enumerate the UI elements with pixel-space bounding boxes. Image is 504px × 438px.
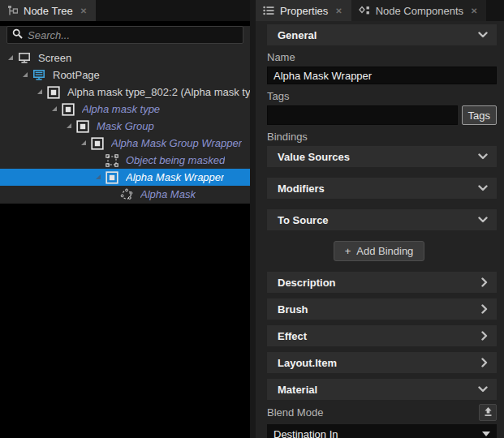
expander-icon[interactable] <box>94 173 103 182</box>
properties-tabbar: Properties ✕ Node Components ✕ <box>256 0 504 21</box>
section-header-description[interactable]: Description <box>267 272 497 293</box>
tree-row[interactable]: Mask Group <box>0 118 250 135</box>
tree-row[interactable]: Alpha mask type_802:2 (Alpha mask type_ <box>0 84 250 101</box>
node-tree-tabbar: Node Tree ✕ <box>0 0 250 21</box>
chevron-down-icon <box>478 153 488 160</box>
tags-field[interactable] <box>267 105 458 125</box>
section-title: Modifiers <box>278 182 325 195</box>
section-title: Effect <box>278 330 307 342</box>
section-title: General <box>278 29 317 41</box>
tree-row[interactable]: RootPage <box>0 67 250 84</box>
chevron-right-icon <box>481 304 488 314</box>
section-header-general[interactable]: General <box>267 24 497 45</box>
search-box <box>6 26 243 44</box>
properties-icon <box>263 6 274 15</box>
tab-node-tree[interactable]: Node Tree ✕ <box>0 0 96 21</box>
tab-node-components[interactable]: Node Components ✕ <box>351 0 487 21</box>
blend-mode-label: Blend Mode <box>267 406 323 419</box>
chevron-right-icon <box>481 277 488 287</box>
chevron-right-icon <box>481 358 488 367</box>
tree-label: Object being masked <box>126 154 225 166</box>
add-binding-label: Add Binding <box>356 245 413 257</box>
blend-mode-value: Destination In <box>274 428 338 438</box>
upload-arrow-icon <box>483 406 493 419</box>
add-binding-button[interactable]: + Add Binding <box>334 241 425 261</box>
close-icon[interactable]: ✕ <box>79 6 88 16</box>
tree-label: Alpha mask type <box>82 103 160 115</box>
revert-property-button[interactable] <box>479 404 497 421</box>
tree-row[interactable]: Alpha Mask Group Wrapper <box>0 135 250 152</box>
tags-label: Tags <box>261 84 497 105</box>
tags-button[interactable]: Tags <box>462 105 497 125</box>
name-label: Name <box>261 45 497 67</box>
blend-mode-dropdown[interactable]: Destination In <box>267 424 497 438</box>
tab-node-components-label: Node Components <box>376 5 463 17</box>
expander-icon[interactable] <box>6 54 15 62</box>
node2d-icon <box>91 137 104 150</box>
tree-label: Alpha mask type_802:2 (Alpha mask type_ <box>67 86 250 98</box>
name-field[interactable] <box>267 67 497 84</box>
section-title: Value Sources <box>278 151 350 163</box>
tree-label: Alpha Mask Wrapper <box>126 171 224 183</box>
tree-label: RootPage <box>53 69 100 81</box>
tree-label: Alpha Mask Group Wrapper <box>111 137 242 149</box>
section-header-layout-item[interactable]: Layout.Item <box>267 352 497 373</box>
close-icon[interactable]: ✕ <box>469 6 479 16</box>
section-header-to-source[interactable]: To Source <box>267 209 497 230</box>
section-header-value-sources[interactable]: Value Sources <box>267 146 497 167</box>
chevron-right-icon <box>481 331 488 341</box>
search-icon <box>12 28 23 41</box>
node2d-icon <box>76 120 89 133</box>
expander-icon[interactable] <box>21 71 30 79</box>
chevron-down-icon <box>478 185 488 191</box>
tree-row[interactable]: Screen <box>0 49 250 67</box>
section-title: Material <box>278 384 317 396</box>
section-header-material[interactable]: Material <box>267 379 497 400</box>
expander-icon <box>109 190 118 199</box>
tree-label: Alpha Mask <box>140 188 196 200</box>
empty-node-icon <box>106 154 118 167</box>
collapsed-sections: Description Brush Effect Layout.Item <box>261 272 497 373</box>
chevron-down-icon <box>478 386 488 393</box>
tree-row[interactable]: Alpha Mask Wrapper <box>0 169 250 186</box>
expander-icon <box>94 156 103 165</box>
tab-node-tree-label: Node Tree <box>24 5 73 17</box>
section-header-effect[interactable]: Effect <box>267 325 497 346</box>
section-title: To Source <box>278 214 329 226</box>
tab-properties[interactable]: Properties ✕ <box>256 0 351 21</box>
properties-panel: Properties ✕ Node Components ✕ General N… <box>256 0 504 438</box>
chevron-down-icon <box>478 32 488 38</box>
binding-sections: Value Sources Modifiers To Source <box>261 146 497 230</box>
close-icon[interactable]: ✕ <box>334 6 343 16</box>
section-title: Brush <box>278 303 308 316</box>
tab-properties-label: Properties <box>280 5 328 17</box>
plus-icon: + <box>345 245 351 257</box>
tree-label: Screen <box>38 52 71 64</box>
section-title: Description <box>278 277 336 289</box>
chevron-down-icon <box>478 217 488 223</box>
node-tree-panel: Node Tree ✕ Screen RootPage Alpha mask t… <box>0 0 250 438</box>
properties-content: General Name Tags Tags Bindings Value So… <box>256 21 504 438</box>
rootpage-icon <box>32 69 45 82</box>
expander-icon[interactable] <box>65 122 74 131</box>
section-title: Layout.Item <box>278 357 337 369</box>
expander-icon[interactable] <box>80 139 88 148</box>
expander-icon[interactable] <box>50 105 59 114</box>
tree-row[interactable]: Alpha Mask <box>0 186 250 203</box>
node-tree: Screen RootPage Alpha mask type_802:2 (A… <box>0 49 250 203</box>
node-tree-content: Screen RootPage Alpha mask type_802:2 (A… <box>0 26 250 204</box>
tree-row[interactable]: Object being masked <box>0 152 250 169</box>
node-components-icon <box>359 6 370 15</box>
section-header-modifiers[interactable]: Modifiers <box>267 178 497 199</box>
section-header-brush[interactable]: Brush <box>267 298 497 320</box>
bindings-label: Bindings <box>261 125 497 146</box>
search-input[interactable] <box>28 29 238 41</box>
tree-label: Mask Group <box>97 120 154 132</box>
node2d-icon <box>62 103 75 116</box>
node2d-icon <box>47 86 60 99</box>
tree-row[interactable]: Alpha mask type <box>0 101 250 118</box>
alpha-mask-icon <box>120 188 133 201</box>
node2d-icon <box>106 171 118 184</box>
screen-icon <box>18 52 31 65</box>
expander-icon[interactable] <box>36 88 45 97</box>
